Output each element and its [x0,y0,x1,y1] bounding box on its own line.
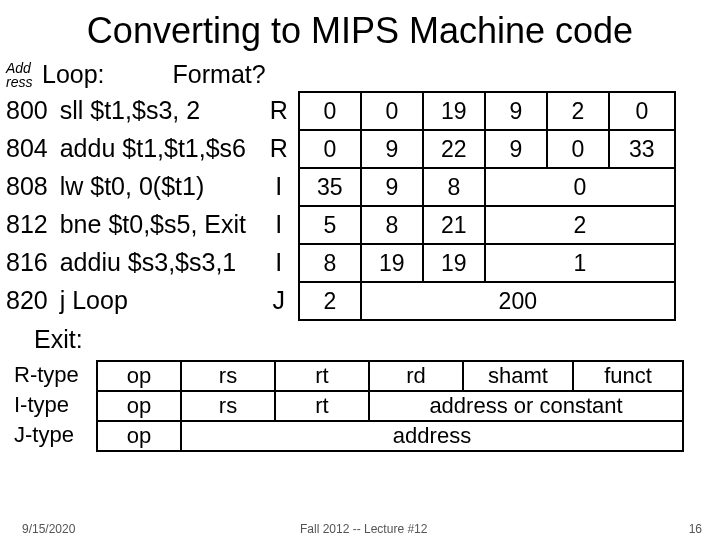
mc-cell: 2 [299,282,361,320]
addr-cell: 808 [0,167,54,205]
instruction-table: 800 sll $t1,$s3, 2 R 804 addu $t1,$t1,$s… [0,91,294,319]
field-cell: op [97,361,181,391]
mc-cell: 8 [423,168,485,206]
table-row: op rs rt rd shamt funct [97,361,683,391]
footer-page-number: 16 [689,522,702,536]
field-cell: funct [573,361,683,391]
field-cell: address or constant [369,391,683,421]
mc-cell: 0 [485,168,675,206]
field-cell: address [181,421,683,451]
instr-cell: addu $t1,$t1,$s6 [54,129,264,167]
fmt-cell: I [264,167,294,205]
addr-cell: 800 [0,91,54,129]
table-row: 800 sll $t1,$s3, 2 R [0,91,294,129]
mc-cell: 35 [299,168,361,206]
format-definition-block: R-type I-type J-type op rs rt rd shamt f… [0,360,720,452]
j-type-label: J-type [14,420,96,450]
mc-cell: 9 [485,92,547,130]
instr-cell: sll $t1,$s3, 2 [54,91,264,129]
field-cell: rt [275,361,369,391]
loop-label: Loop: [42,60,105,89]
field-cell: rs [181,361,275,391]
footer-date: 9/15/2020 [22,522,75,536]
addr-cell: 816 [0,243,54,281]
mc-cell: 19 [423,92,485,130]
field-cell: shamt [463,361,573,391]
table-row: 2 200 [299,282,675,320]
mc-cell: 0 [299,130,361,168]
mc-cell: 2 [547,92,609,130]
mc-cell: 22 [423,130,485,168]
field-cell: rs [181,391,275,421]
table-row: 8 19 19 1 [299,244,675,282]
mc-cell: 33 [609,130,675,168]
mc-cell: 5 [299,206,361,244]
format-heading: Format? [173,60,266,89]
mc-cell: 21 [423,206,485,244]
fmt-cell: I [264,205,294,243]
addr-cell: 812 [0,205,54,243]
instr-cell: j Loop [54,281,264,319]
table-row: op address [97,421,683,451]
table-row: 5 8 21 2 [299,206,675,244]
mc-cell: 9 [361,168,423,206]
table-row: op rs rt address or constant [97,391,683,421]
mc-cell: 0 [361,92,423,130]
mc-cell: 2 [485,206,675,244]
page-title: Converting to MIPS Machine code [0,10,720,52]
mc-cell: 0 [609,92,675,130]
field-cell: rt [275,391,369,421]
format-type-labels: R-type I-type J-type [0,360,96,450]
mc-cell: 1 [485,244,675,282]
format-fields-table: op rs rt rd shamt funct op rs rt address… [96,360,684,452]
mc-cell: 8 [299,244,361,282]
fmt-cell: J [264,281,294,319]
mc-cell: 0 [299,92,361,130]
instr-cell: bne $t0,$s5, Exit [54,205,264,243]
instr-cell: addiu $s3,$s3,1 [54,243,264,281]
table-row: 808 lw $t0, 0($t1) I [0,167,294,205]
main-content: 800 sll $t1,$s3, 2 R 804 addu $t1,$t1,$s… [0,91,720,321]
mc-cell: 200 [361,282,675,320]
field-cell: op [97,391,181,421]
table-row: 820 j Loop J [0,281,294,319]
instr-cell: lw $t0, 0($t1) [54,167,264,205]
field-cell: op [97,421,181,451]
mc-cell: 9 [361,130,423,168]
addr-cell: 820 [0,281,54,319]
address-heading: Add ress [0,61,42,89]
table-row: 816 addiu $s3,$s3,1 I [0,243,294,281]
fmt-cell: R [264,129,294,167]
table-row: 0 9 22 9 0 33 [299,130,675,168]
exit-label: Exit: [34,325,720,354]
mc-cell: 19 [361,244,423,282]
machine-code-table: 0 0 19 9 2 0 0 9 22 9 0 33 35 9 8 0 5 8 … [298,91,676,321]
fmt-cell: I [264,243,294,281]
mc-cell: 0 [547,130,609,168]
mc-cell: 8 [361,206,423,244]
field-cell: rd [369,361,463,391]
table-row: 812 bne $t0,$s5, Exit I [0,205,294,243]
fmt-cell: R [264,91,294,129]
table-row: 35 9 8 0 [299,168,675,206]
mc-cell: 19 [423,244,485,282]
r-type-label: R-type [14,360,96,390]
table-row: 804 addu $t1,$t1,$s6 R [0,129,294,167]
table-row: 0 0 19 9 2 0 [299,92,675,130]
mc-cell: 9 [485,130,547,168]
header-row: Add ress Loop: Format? [0,60,720,89]
footer-lecture: Fall 2012 -- Lecture #12 [300,522,427,536]
i-type-label: I-type [14,390,96,420]
addr-cell: 804 [0,129,54,167]
